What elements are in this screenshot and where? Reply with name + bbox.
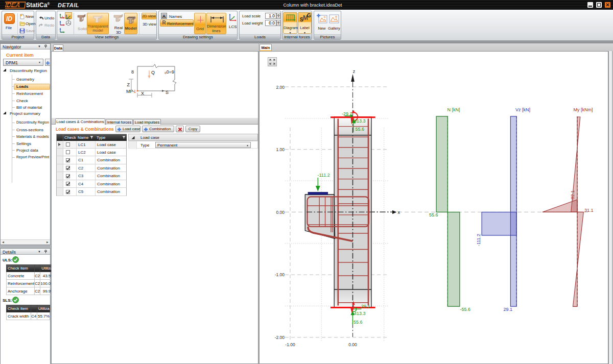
svg-text:x: x <box>62 15 63 18</box>
svg-text:N [kN]: N [kN] <box>447 107 460 112</box>
svg-text:1: 1 <box>134 89 136 94</box>
svg-text:413.3: 413.3 <box>354 311 366 316</box>
svg-text:-111.2: -111.2 <box>476 234 481 246</box>
svg-text:-1.00: -1.00 <box>275 272 285 277</box>
svg-text:55.6: 55.6 <box>356 127 365 132</box>
svg-text:S: S <box>166 90 169 95</box>
svg-text:29.1: 29.1 <box>504 307 513 312</box>
svg-text:29.1: 29.1 <box>361 304 370 309</box>
svg-text:-55.6: -55.6 <box>460 307 471 312</box>
svg-text:0.00: 0.00 <box>348 342 357 347</box>
svg-text:-2.00: -2.00 <box>275 335 285 340</box>
svg-text:z: z <box>353 69 356 74</box>
svg-text:8: 8 <box>131 69 134 75</box>
svg-text:My [kNm]: My [kNm] <box>574 107 593 112</box>
svg-text:2.00: 2.00 <box>276 85 285 90</box>
svg-text:₀0=9: ₀0=9 <box>164 69 174 75</box>
svg-text:-111.2: -111.2 <box>318 173 330 178</box>
svg-text:55.6: 55.6 <box>353 320 363 325</box>
svg-text:Q: Q <box>151 70 155 75</box>
svg-text:0.00: 0.00 <box>276 210 285 215</box>
svg-text:Vz [kN]: Vz [kN] <box>515 107 530 112</box>
svg-text:413.3: 413.3 <box>354 118 366 124</box>
svg-text:x: x <box>398 210 400 215</box>
svg-text:Z: Z <box>127 82 130 87</box>
svg-text:-1.00: -1.00 <box>285 342 295 347</box>
svg-text:ID: ID <box>6 15 12 22</box>
svg-text:55.6: 55.6 <box>429 212 438 217</box>
svg-text:1.00: 1.00 <box>276 147 285 152</box>
svg-text:-82.1: -82.1 <box>570 190 575 201</box>
svg-text:31.1: 31.1 <box>584 208 594 213</box>
